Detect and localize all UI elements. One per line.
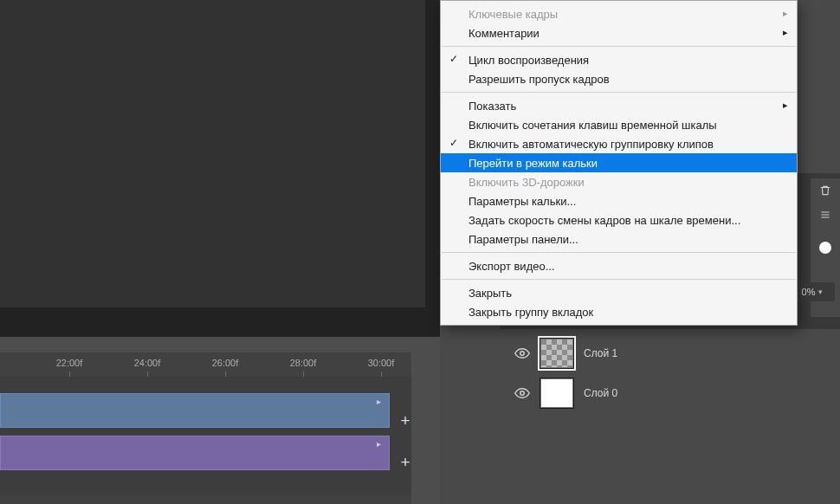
menu-item[interactable]: Задать скорость смены кадров на шкале вр…: [441, 210, 797, 229]
submenu-arrow-icon: ▸: [783, 100, 788, 111]
ruler-tick: 22:00f: [56, 358, 83, 368]
menu-icon[interactable]: [811, 203, 840, 227]
layer-thumbnail[interactable]: [540, 378, 573, 408]
menu-item[interactable]: Экспорт видео...: [441, 256, 797, 275]
menu-item[interactable]: Включить сочетания клавиш временной шкал…: [441, 115, 797, 134]
trash-icon[interactable]: [811, 178, 840, 203]
clip-menu-icon[interactable]: ▸: [377, 397, 385, 405]
checkmark-icon: ✓: [449, 53, 458, 65]
layer-thumbnail[interactable]: [540, 339, 573, 368]
clip-menu-icon[interactable]: ▸: [377, 439, 385, 448]
menu-item[interactable]: Параметры кальки...: [441, 191, 797, 210]
viewport-panel: [0, 0, 440, 337]
menu-item-label: Параметры панели...: [468, 233, 578, 246]
chevron-down-icon: ▾: [818, 288, 823, 296]
menu-item: Ключевые кадры▸: [441, 4, 797, 23]
submenu-arrow-icon: ▸: [783, 8, 788, 19]
menu-item[interactable]: ✓Включить автоматическую группировку кли…: [441, 134, 797, 153]
menu-item[interactable]: Разрешить пропуск кадров: [441, 69, 797, 88]
svg-point-1: [520, 391, 525, 396]
timeline-scrollbar[interactable]: [0, 495, 411, 504]
menu-item-label: Ключевые кадры: [468, 8, 558, 21]
visibility-icon[interactable]: [514, 346, 530, 361]
menu-item[interactable]: Закрыть группу вкладок: [441, 302, 797, 321]
menu-item-label: Показать: [468, 100, 516, 113]
context-menu: Ключевые кадры▸Комментарии▸✓Цикл воспрои…: [440, 0, 798, 326]
menu-item-label: Включить сочетания клавиш временной шкал…: [468, 119, 717, 132]
add-track-button[interactable]: +: [397, 455, 414, 472]
ruler-tick: 26:00f: [212, 358, 239, 368]
menu-item-label: Закрыть группу вкладок: [468, 306, 593, 319]
checkmark-icon: ✓: [449, 137, 458, 149]
menu-item[interactable]: ✓Цикл воспроизведения: [441, 50, 797, 69]
ruler-tick: 24:00f: [134, 358, 161, 368]
timeline-clip-video[interactable]: ▸: [0, 393, 390, 428]
layers-panel: Слой 1 Слой 0: [502, 333, 840, 437]
menu-item-label: Экспорт видео...: [468, 260, 555, 273]
menu-item-label: Включить 3D-дорожки: [468, 176, 585, 189]
blend-dot-icon[interactable]: [811, 236, 840, 260]
menu-item-label: Задать скорость смены кадров на шкале вр…: [468, 214, 740, 227]
opacity-value: 0%: [802, 287, 816, 297]
time-ruler[interactable]: 22:00f 24:00f 26:00f 28:00f 30:00f: [0, 352, 411, 377]
canvas[interactable]: [0, 0, 425, 307]
menu-item-label: Параметры кальки...: [468, 195, 576, 208]
layer-name: Слой 1: [584, 347, 617, 359]
menu-item[interactable]: Закрыть: [441, 283, 797, 302]
menu-separator: [442, 252, 796, 253]
timeline-panel: 22:00f 24:00f 26:00f 28:00f 30:00f ▸ + ▸…: [0, 352, 411, 504]
menu-item-label: Разрешить пропуск кадров: [468, 73, 610, 86]
timeline-clip-audio[interactable]: ▸: [0, 436, 390, 470]
menu-item[interactable]: Параметры панели...: [441, 229, 797, 249]
menu-item-label: Перейти в режим кальки: [468, 157, 598, 170]
menu-item-label: Включить автоматическую группировку клип…: [468, 138, 714, 151]
layer-row[interactable]: Слой 1: [502, 333, 840, 373]
menu-separator: [442, 46, 796, 47]
menu-item[interactable]: Комментарии▸: [441, 23, 797, 42]
menu-separator: [442, 92, 796, 93]
menu-item-label: Закрыть: [468, 287, 512, 300]
menu-item[interactable]: Показать▸: [441, 96, 797, 115]
menu-item[interactable]: Перейти в режим кальки: [441, 153, 797, 172]
layer-name: Слой 0: [584, 387, 617, 399]
visibility-icon[interactable]: [514, 385, 530, 401]
svg-point-0: [520, 352, 525, 356]
ruler-tick: 30:00f: [368, 358, 395, 368]
menu-separator: [442, 279, 796, 280]
menu-item: Включить 3D-дорожки: [441, 172, 797, 191]
ruler-tick: 28:00f: [290, 358, 317, 368]
submenu-arrow-icon: ▸: [783, 27, 788, 38]
menu-item-label: Цикл воспроизведения: [468, 54, 589, 67]
add-track-button[interactable]: +: [397, 413, 414, 430]
layer-row[interactable]: Слой 0: [502, 373, 840, 413]
menu-item-label: Комментарии: [468, 27, 540, 40]
